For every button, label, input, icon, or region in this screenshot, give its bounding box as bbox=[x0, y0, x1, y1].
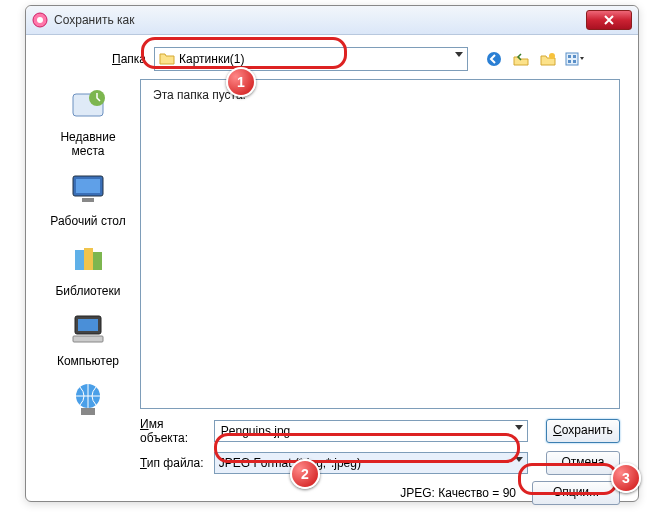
libraries-icon bbox=[67, 238, 109, 280]
place-label: Компьютер bbox=[43, 354, 133, 368]
save-button[interactable]: Сохранить bbox=[546, 419, 620, 443]
svg-point-1 bbox=[37, 17, 43, 23]
back-button[interactable] bbox=[482, 47, 506, 71]
place-desktop[interactable]: Рабочий стол bbox=[43, 168, 133, 228]
titlebar[interactable]: Сохранить как bbox=[26, 6, 638, 35]
network-icon bbox=[67, 378, 109, 420]
chevron-down-icon bbox=[515, 425, 523, 430]
folder-combobox[interactable]: Картинки(1) bbox=[154, 47, 468, 71]
svg-rect-14 bbox=[75, 250, 84, 270]
filetype-label: Тип файла: bbox=[140, 456, 214, 470]
place-label: Библиотеки bbox=[43, 284, 133, 298]
view-menu-button[interactable] bbox=[563, 47, 587, 71]
svg-rect-19 bbox=[73, 336, 103, 342]
svg-rect-21 bbox=[81, 408, 95, 415]
desktop-icon bbox=[67, 168, 109, 210]
folder-value: Картинки(1) bbox=[179, 52, 245, 66]
filetype-combobox[interactable]: JPEG Format (*.jpg;*.jpeg) bbox=[214, 452, 528, 474]
place-recent[interactable]: Недавние места bbox=[43, 84, 133, 158]
chevron-down-icon bbox=[455, 52, 463, 57]
place-network[interactable] bbox=[43, 378, 133, 424]
svg-rect-7 bbox=[568, 60, 571, 63]
up-button[interactable] bbox=[509, 47, 533, 71]
chevron-down-icon bbox=[515, 457, 523, 462]
annotation-marker-3: 3 bbox=[611, 463, 641, 493]
computer-icon bbox=[67, 308, 109, 350]
svg-rect-8 bbox=[573, 60, 576, 63]
place-computer[interactable]: Компьютер bbox=[43, 308, 133, 368]
filename-combobox[interactable] bbox=[214, 420, 528, 442]
svg-rect-18 bbox=[78, 319, 98, 331]
svg-point-2 bbox=[487, 52, 501, 66]
svg-rect-16 bbox=[93, 252, 102, 270]
place-libraries[interactable]: Библиотеки bbox=[43, 238, 133, 298]
recent-icon bbox=[67, 84, 109, 126]
svg-rect-15 bbox=[84, 248, 93, 270]
svg-rect-6 bbox=[573, 55, 576, 58]
folder-label: Папка bbox=[98, 52, 146, 66]
app-icon bbox=[32, 12, 48, 28]
place-label: Рабочий стол bbox=[43, 214, 133, 228]
options-button[interactable]: Опции... bbox=[532, 481, 620, 505]
places-bar: Недавние места Рабочий стол Библиотеки К… bbox=[38, 79, 138, 409]
new-folder-button[interactable] bbox=[536, 47, 560, 71]
svg-rect-12 bbox=[76, 179, 100, 193]
quality-text: JPEG: Качество = 90 bbox=[400, 486, 516, 500]
cancel-button[interactable]: Отмена bbox=[546, 451, 620, 475]
svg-point-3 bbox=[549, 53, 555, 59]
filetype-value: JPEG Format (*.jpg;*.jpeg) bbox=[219, 456, 361, 470]
save-as-dialog: Сохранить как Папка Картинки(1) bbox=[25, 5, 639, 502]
annotation-marker-1: 1 bbox=[226, 67, 256, 97]
close-button[interactable] bbox=[586, 10, 632, 30]
place-label: Недавние места bbox=[43, 130, 133, 158]
file-listing[interactable]: Эта папка пуста. bbox=[140, 79, 620, 409]
filename-label: Имя объекта: bbox=[140, 417, 214, 445]
svg-rect-5 bbox=[568, 55, 571, 58]
folder-icon bbox=[159, 51, 175, 67]
annotation-marker-2: 2 bbox=[290, 459, 320, 489]
svg-rect-13 bbox=[82, 198, 94, 202]
window-title: Сохранить как bbox=[54, 13, 586, 27]
svg-rect-4 bbox=[566, 53, 578, 65]
filename-input[interactable] bbox=[219, 423, 509, 439]
